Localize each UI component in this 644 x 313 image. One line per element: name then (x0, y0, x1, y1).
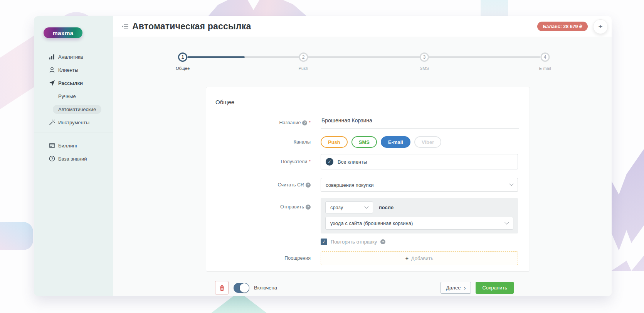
form-row-name: Название ? * (215, 117, 518, 129)
name-input[interactable] (321, 117, 519, 129)
magic-wand-icon (49, 119, 55, 126)
enabled-toggle-on[interactable] (234, 283, 249, 293)
header-right: Баланс: 28 679 ₽ + (537, 19, 608, 34)
form-row-rewards: Поощрения + Добавить (215, 251, 518, 265)
app-window: maxma Аналитика Клиенты Рассылки (34, 16, 612, 296)
repeat-label: Повторять отправку (331, 239, 377, 245)
send-label: Отправить ? (215, 204, 311, 210)
sidebar-divider (34, 132, 113, 132)
sidebar-item-label: База знаний (58, 156, 87, 162)
balance-badge[interactable]: Баланс: 28 679 ₽ (537, 22, 588, 31)
trash-icon (219, 285, 225, 291)
channel-chip-viber-disabled: Viber (414, 136, 441, 148)
add-reward-button[interactable]: + Добавить (321, 251, 518, 265)
step-label: Общее (176, 66, 190, 71)
recipients-field[interactable]: ✓ Все клиенты (321, 154, 518, 169)
delay-select[interactable]: сразу (325, 201, 373, 213)
channel-chip-email-selected[interactable]: E-mail (381, 136, 410, 148)
sidebar-nav: Аналитика Клиенты Рассылки Ручные Автома… (34, 50, 113, 129)
sidebar-item-clients[interactable]: Клиенты (34, 63, 113, 76)
decor-zigzag-top-center (208, 0, 307, 16)
delay-select-value: сразу (330, 205, 343, 210)
required-mark: * (309, 120, 311, 125)
step-label: SMS (420, 66, 429, 71)
repeat-checkbox-checked[interactable]: ✓ (321, 239, 327, 245)
step-circle: 4 (540, 52, 550, 62)
form-row-cr: Считать CR ? совершения покупки (215, 178, 518, 192)
cr-label: Считать CR ? (215, 182, 311, 188)
add-button[interactable]: + (593, 19, 608, 34)
repeat-send-row: ✓ Повторять отправку ? (321, 239, 518, 245)
plus-icon: + (405, 255, 409, 261)
sidebar-item-label-active: Автоматические (53, 105, 101, 114)
help-icon[interactable]: ? (306, 183, 311, 188)
help-icon[interactable]: ? (306, 205, 311, 210)
sidebar-item-automatic[interactable]: Автоматические (34, 103, 113, 116)
send-settings-panel: сразу после ухода с сайта (брошенная кор… (321, 198, 518, 233)
send-icon (49, 80, 55, 86)
sidebar-item-label: Инструменты (58, 120, 89, 125)
decor-zigzag-right (611, 144, 644, 271)
event-select[interactable]: ухода с сайта (брошенная корзина) (325, 217, 513, 230)
maxma-logo[interactable]: maxma (44, 27, 82, 38)
form-row-channels: Каналы Push SMS E-mail Viber (215, 136, 518, 148)
cr-select[interactable]: совершения покупки (321, 178, 518, 192)
recipients-label: Получатели * (215, 159, 311, 164)
sidebar-item-manual[interactable]: Ручные (34, 90, 113, 103)
channel-chip-sms[interactable]: SMS (351, 136, 377, 148)
svg-text:?: ? (51, 157, 53, 161)
channels-label: Каналы (215, 139, 311, 145)
step-circle: 3 (420, 52, 429, 62)
chevron-down-icon (509, 182, 513, 186)
chevron-down-icon (504, 220, 509, 224)
step-label: Push (298, 66, 308, 71)
stepper-step-sms[interactable]: 3 SMS (420, 52, 429, 71)
form-row-recipients: Получатели * ✓ Все клиенты (215, 154, 518, 169)
sidebar: maxma Аналитика Клиенты Рассылки (34, 16, 113, 296)
form-row-send: Отправить ? сразу после (215, 198, 518, 245)
credit-card-icon (49, 142, 55, 149)
check-circle-icon: ✓ (326, 158, 333, 166)
stepper-step-push[interactable]: 2 Push (298, 52, 308, 71)
page-header: Автоматическая рассылка Баланс: 28 679 ₽… (113, 16, 612, 37)
sidebar-item-label: Аналитика (58, 54, 83, 60)
sidebar-item-label: Клиенты (58, 67, 78, 73)
action-row: Включена Далее › Сохранить (206, 281, 530, 294)
general-form-card: Общее Название ? * Каналы (206, 87, 530, 272)
after-label: после (379, 205, 393, 210)
sidebar-item-mailings[interactable]: Рассылки (34, 76, 113, 90)
channel-chip-push[interactable]: Push (321, 136, 348, 148)
step-label: E-mail (539, 66, 551, 71)
decor-blob-left (0, 222, 33, 250)
sidebar-item-label: Биллинг (58, 143, 77, 149)
save-button[interactable]: Сохранить (476, 282, 514, 294)
cr-select-value: совершения покупки (326, 182, 373, 188)
step-circle: 2 (299, 52, 308, 62)
stepper-step-email[interactable]: 4 E-mail (539, 52, 551, 71)
logo-text: maxma (52, 30, 73, 36)
sidebar-footer-nav: Биллинг ? База знаний (34, 139, 113, 165)
rewards-label: Поощрения (215, 255, 311, 261)
page-title: Автоматическая рассылка (132, 21, 251, 32)
bar-chart-icon (49, 54, 55, 60)
enabled-label: Включена (254, 285, 277, 291)
event-select-value: ухода с сайта (брошенная корзина) (330, 220, 413, 226)
sidebar-item-analytics[interactable]: Аналитика (34, 50, 113, 63)
sidebar-item-tools[interactable]: Инструменты (34, 116, 113, 129)
sidebar-item-label: Ручные (58, 93, 76, 99)
name-label: Название ? * (215, 120, 311, 125)
help-icon[interactable]: ? (302, 120, 307, 125)
person-icon (49, 67, 55, 73)
content-area: 1 Общее 2 Push 3 SMS 4 E-mail Общее (113, 37, 612, 296)
next-button[interactable]: Далее › (441, 282, 471, 294)
action-buttons: Далее › Сохранить (441, 282, 514, 294)
add-reward-label: Добавить (411, 255, 433, 261)
help-icon[interactable]: ? (380, 239, 385, 244)
question-circle-icon: ? (49, 156, 55, 162)
delete-button[interactable] (215, 281, 229, 294)
sidebar-item-knowledge-base[interactable]: ? База знаний (34, 152, 113, 165)
sidebar-collapse-icon[interactable] (121, 22, 129, 31)
sidebar-item-billing[interactable]: Биллинг (34, 139, 113, 152)
main-panel: Автоматическая рассылка Баланс: 28 679 ₽… (113, 16, 612, 296)
stepper-step-general[interactable]: 1 Общее (176, 52, 190, 71)
